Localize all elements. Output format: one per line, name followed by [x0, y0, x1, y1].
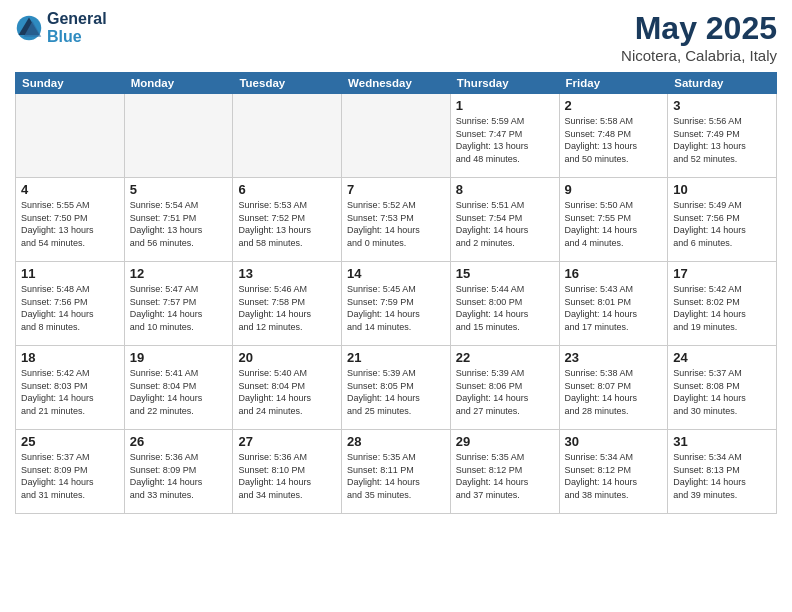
- calendar-cell: 20Sunrise: 5:40 AM Sunset: 8:04 PM Dayli…: [233, 346, 342, 430]
- calendar-cell: 14Sunrise: 5:45 AM Sunset: 7:59 PM Dayli…: [342, 262, 451, 346]
- week-row-1: 1Sunrise: 5:59 AM Sunset: 7:47 PM Daylig…: [16, 94, 777, 178]
- calendar-cell: 29Sunrise: 5:35 AM Sunset: 8:12 PM Dayli…: [450, 430, 559, 514]
- day-header-tuesday: Tuesday: [233, 73, 342, 94]
- day-info: Sunrise: 5:35 AM Sunset: 8:11 PM Dayligh…: [347, 451, 445, 501]
- calendar-cell: 1Sunrise: 5:59 AM Sunset: 7:47 PM Daylig…: [450, 94, 559, 178]
- day-header-saturday: Saturday: [668, 73, 777, 94]
- day-info: Sunrise: 5:42 AM Sunset: 8:03 PM Dayligh…: [21, 367, 119, 417]
- day-info: Sunrise: 5:34 AM Sunset: 8:12 PM Dayligh…: [565, 451, 663, 501]
- calendar-cell: 7Sunrise: 5:52 AM Sunset: 7:53 PM Daylig…: [342, 178, 451, 262]
- calendar-cell: 5Sunrise: 5:54 AM Sunset: 7:51 PM Daylig…: [124, 178, 233, 262]
- calendar-cell: 16Sunrise: 5:43 AM Sunset: 8:01 PM Dayli…: [559, 262, 668, 346]
- day-number: 7: [347, 182, 445, 197]
- logo: General Blue: [15, 10, 107, 47]
- calendar-cell: 31Sunrise: 5:34 AM Sunset: 8:13 PM Dayli…: [668, 430, 777, 514]
- calendar-cell: 19Sunrise: 5:41 AM Sunset: 8:04 PM Dayli…: [124, 346, 233, 430]
- day-header-thursday: Thursday: [450, 73, 559, 94]
- day-number: 22: [456, 350, 554, 365]
- calendar-page: General Blue May 2025 Nicotera, Calabria…: [0, 0, 792, 612]
- calendar-cell: [342, 94, 451, 178]
- day-header-sunday: Sunday: [16, 73, 125, 94]
- day-info: Sunrise: 5:52 AM Sunset: 7:53 PM Dayligh…: [347, 199, 445, 249]
- day-number: 4: [21, 182, 119, 197]
- day-number: 31: [673, 434, 771, 449]
- calendar-cell: 23Sunrise: 5:38 AM Sunset: 8:07 PM Dayli…: [559, 346, 668, 430]
- day-info: Sunrise: 5:58 AM Sunset: 7:48 PM Dayligh…: [565, 115, 663, 165]
- day-info: Sunrise: 5:36 AM Sunset: 8:09 PM Dayligh…: [130, 451, 228, 501]
- day-info: Sunrise: 5:39 AM Sunset: 8:06 PM Dayligh…: [456, 367, 554, 417]
- calendar-cell: 11Sunrise: 5:48 AM Sunset: 7:56 PM Dayli…: [16, 262, 125, 346]
- day-number: 25: [21, 434, 119, 449]
- days-header-row: SundayMondayTuesdayWednesdayThursdayFrid…: [16, 73, 777, 94]
- calendar-cell: 2Sunrise: 5:58 AM Sunset: 7:48 PM Daylig…: [559, 94, 668, 178]
- day-number: 21: [347, 350, 445, 365]
- calendar-cell: 3Sunrise: 5:56 AM Sunset: 7:49 PM Daylig…: [668, 94, 777, 178]
- day-header-wednesday: Wednesday: [342, 73, 451, 94]
- calendar-cell: 17Sunrise: 5:42 AM Sunset: 8:02 PM Dayli…: [668, 262, 777, 346]
- day-info: Sunrise: 5:49 AM Sunset: 7:56 PM Dayligh…: [673, 199, 771, 249]
- day-number: 17: [673, 266, 771, 281]
- day-number: 5: [130, 182, 228, 197]
- calendar-cell: 8Sunrise: 5:51 AM Sunset: 7:54 PM Daylig…: [450, 178, 559, 262]
- calendar-cell: 6Sunrise: 5:53 AM Sunset: 7:52 PM Daylig…: [233, 178, 342, 262]
- calendar-cell: 10Sunrise: 5:49 AM Sunset: 7:56 PM Dayli…: [668, 178, 777, 262]
- day-number: 3: [673, 98, 771, 113]
- day-info: Sunrise: 5:39 AM Sunset: 8:05 PM Dayligh…: [347, 367, 445, 417]
- calendar-cell: 28Sunrise: 5:35 AM Sunset: 8:11 PM Dayli…: [342, 430, 451, 514]
- day-info: Sunrise: 5:37 AM Sunset: 8:09 PM Dayligh…: [21, 451, 119, 501]
- day-number: 12: [130, 266, 228, 281]
- day-info: Sunrise: 5:53 AM Sunset: 7:52 PM Dayligh…: [238, 199, 336, 249]
- calendar-cell: [233, 94, 342, 178]
- calendar-cell: 26Sunrise: 5:36 AM Sunset: 8:09 PM Dayli…: [124, 430, 233, 514]
- day-number: 19: [130, 350, 228, 365]
- day-number: 26: [130, 434, 228, 449]
- calendar-cell: 21Sunrise: 5:39 AM Sunset: 8:05 PM Dayli…: [342, 346, 451, 430]
- day-number: 18: [21, 350, 119, 365]
- week-row-4: 18Sunrise: 5:42 AM Sunset: 8:03 PM Dayli…: [16, 346, 777, 430]
- calendar-cell: 12Sunrise: 5:47 AM Sunset: 7:57 PM Dayli…: [124, 262, 233, 346]
- calendar-cell: [124, 94, 233, 178]
- day-info: Sunrise: 5:40 AM Sunset: 8:04 PM Dayligh…: [238, 367, 336, 417]
- day-number: 23: [565, 350, 663, 365]
- day-info: Sunrise: 5:45 AM Sunset: 7:59 PM Dayligh…: [347, 283, 445, 333]
- day-number: 10: [673, 182, 771, 197]
- day-number: 28: [347, 434, 445, 449]
- day-number: 14: [347, 266, 445, 281]
- day-number: 29: [456, 434, 554, 449]
- title-block: May 2025 Nicotera, Calabria, Italy: [621, 10, 777, 64]
- day-info: Sunrise: 5:37 AM Sunset: 8:08 PM Dayligh…: [673, 367, 771, 417]
- logo-text: General Blue: [47, 10, 107, 47]
- day-info: Sunrise: 5:38 AM Sunset: 8:07 PM Dayligh…: [565, 367, 663, 417]
- calendar-cell: 18Sunrise: 5:42 AM Sunset: 8:03 PM Dayli…: [16, 346, 125, 430]
- day-number: 15: [456, 266, 554, 281]
- calendar-cell: 13Sunrise: 5:46 AM Sunset: 7:58 PM Dayli…: [233, 262, 342, 346]
- day-info: Sunrise: 5:50 AM Sunset: 7:55 PM Dayligh…: [565, 199, 663, 249]
- calendar-cell: 24Sunrise: 5:37 AM Sunset: 8:08 PM Dayli…: [668, 346, 777, 430]
- calendar-cell: 25Sunrise: 5:37 AM Sunset: 8:09 PM Dayli…: [16, 430, 125, 514]
- day-info: Sunrise: 5:43 AM Sunset: 8:01 PM Dayligh…: [565, 283, 663, 333]
- week-row-3: 11Sunrise: 5:48 AM Sunset: 7:56 PM Dayli…: [16, 262, 777, 346]
- day-number: 24: [673, 350, 771, 365]
- day-number: 27: [238, 434, 336, 449]
- day-info: Sunrise: 5:36 AM Sunset: 8:10 PM Dayligh…: [238, 451, 336, 501]
- day-info: Sunrise: 5:42 AM Sunset: 8:02 PM Dayligh…: [673, 283, 771, 333]
- day-header-friday: Friday: [559, 73, 668, 94]
- day-info: Sunrise: 5:46 AM Sunset: 7:58 PM Dayligh…: [238, 283, 336, 333]
- calendar-table: SundayMondayTuesdayWednesdayThursdayFrid…: [15, 72, 777, 514]
- calendar-title: May 2025: [621, 10, 777, 47]
- day-info: Sunrise: 5:56 AM Sunset: 7:49 PM Dayligh…: [673, 115, 771, 165]
- day-info: Sunrise: 5:35 AM Sunset: 8:12 PM Dayligh…: [456, 451, 554, 501]
- calendar-cell: 22Sunrise: 5:39 AM Sunset: 8:06 PM Dayli…: [450, 346, 559, 430]
- day-info: Sunrise: 5:48 AM Sunset: 7:56 PM Dayligh…: [21, 283, 119, 333]
- day-number: 11: [21, 266, 119, 281]
- calendar-cell: [16, 94, 125, 178]
- day-number: 6: [238, 182, 336, 197]
- header: General Blue May 2025 Nicotera, Calabria…: [15, 10, 777, 64]
- day-info: Sunrise: 5:44 AM Sunset: 8:00 PM Dayligh…: [456, 283, 554, 333]
- day-info: Sunrise: 5:55 AM Sunset: 7:50 PM Dayligh…: [21, 199, 119, 249]
- day-info: Sunrise: 5:47 AM Sunset: 7:57 PM Dayligh…: [130, 283, 228, 333]
- day-number: 20: [238, 350, 336, 365]
- day-info: Sunrise: 5:59 AM Sunset: 7:47 PM Dayligh…: [456, 115, 554, 165]
- day-info: Sunrise: 5:34 AM Sunset: 8:13 PM Dayligh…: [673, 451, 771, 501]
- day-number: 13: [238, 266, 336, 281]
